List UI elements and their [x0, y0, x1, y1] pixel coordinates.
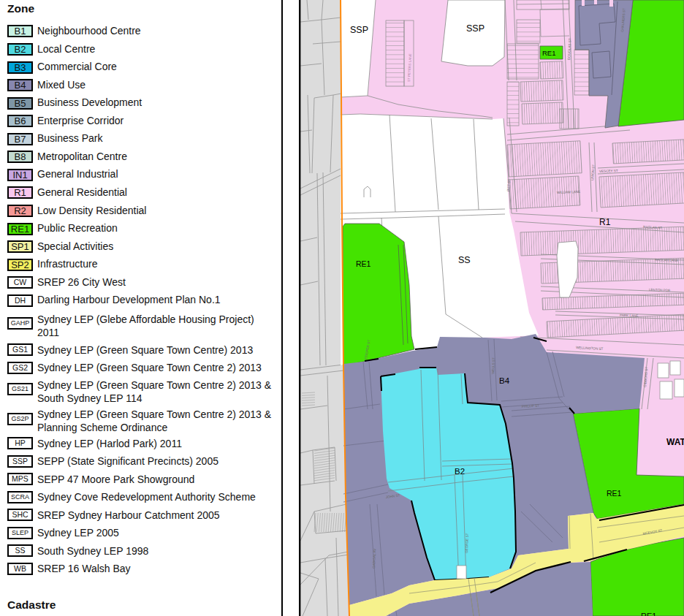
svg-text:RE1: RE1 — [356, 259, 371, 268]
svg-text:RE1: RE1 — [542, 49, 555, 57]
svg-text:PARK LANE: PARK LANE — [620, 313, 639, 318]
svg-text:SSP: SSP — [466, 23, 484, 34]
svg-text:SS: SS — [458, 255, 471, 265]
svg-text:VESCEY ST: VESCEY ST — [599, 169, 618, 173]
svg-text:RE1: RE1 — [607, 489, 622, 498]
svg-text:WAT: WAT — [666, 437, 684, 447]
svg-text:RE1: RE1 — [641, 612, 656, 616]
svg-text:SSP: SSP — [350, 25, 368, 35]
svg-text:R1: R1 — [599, 217, 611, 227]
svg-text:LENTON PDE: LENTON PDE — [649, 288, 670, 292]
svg-text:B4: B4 — [499, 376, 510, 385]
svg-text:B2: B2 — [455, 467, 465, 476]
svg-text:GEORGE ST: GEORGE ST — [465, 533, 469, 553]
